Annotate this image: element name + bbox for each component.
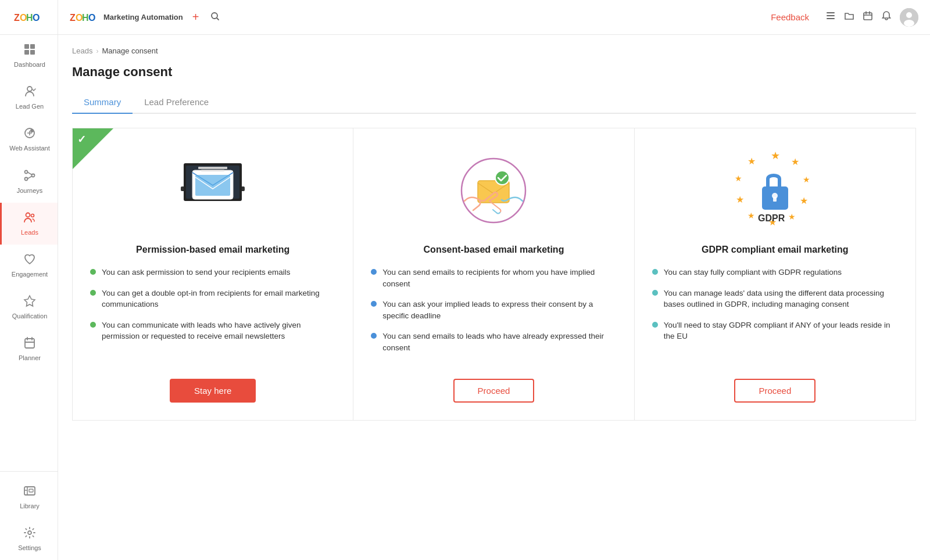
svg-point-42 [495, 171, 509, 185]
svg-rect-4 [24, 44, 29, 49]
sidebar-item-dashboard[interactable]: Dashboard [0, 35, 58, 77]
sidebar-item-engagement[interactable]: Engagement [0, 245, 58, 286]
svg-point-13 [25, 177, 28, 180]
bullet-dot-g2 [652, 290, 658, 296]
topbar-right: Feedback [764, 8, 918, 27]
bullet-dot-c1 [371, 269, 377, 275]
svg-rect-29 [864, 13, 872, 20]
sidebar-item-planner[interactable]: Planner [0, 328, 58, 370]
bullet-consent-3: You can send emails to leads who have al… [371, 331, 616, 353]
svg-rect-19 [29, 489, 33, 492]
sidebar-item-settings[interactable]: Settings [0, 518, 58, 560]
library-icon [23, 484, 36, 500]
consent-illustration [447, 146, 540, 233]
svg-text:★: ★ [771, 150, 780, 161]
svg-rect-26 [827, 12, 835, 13]
svg-text:★: ★ [788, 212, 796, 221]
list-icon[interactable] [825, 10, 836, 24]
svg-rect-27 [827, 15, 835, 16]
add-button[interactable]: + [190, 8, 202, 26]
leads-icon [23, 211, 36, 227]
sidebar-item-qualification[interactable]: Qualification [0, 286, 58, 328]
svg-rect-28 [827, 18, 835, 19]
bullet-consent-1: You can send emails to recipients for wh… [371, 267, 616, 289]
card-permission-based: ✓ [73, 128, 353, 420]
sidebar-item-webassistant[interactable]: Web Assistant [0, 119, 58, 160]
bullet-gdpr-1: You can stay fully compliant with GDPR r… [652, 267, 898, 278]
journeys-icon [23, 169, 36, 185]
sidebar-item-label-engagement: Engagement [12, 271, 48, 278]
bullet-dot-g1 [652, 269, 658, 275]
sidebar-item-leadgen[interactable]: Lead Gen [0, 77, 58, 119]
calendar-icon[interactable] [863, 10, 873, 24]
svg-point-12 [32, 174, 35, 177]
bullet-dot-1 [90, 269, 96, 275]
user-avatar[interactable] [900, 8, 918, 27]
svg-point-15 [31, 214, 34, 217]
app-name: Marketing Automation [103, 13, 183, 21]
sidebar-item-label-settings: Settings [18, 544, 41, 552]
stay-here-button[interactable]: Stay here [170, 379, 256, 403]
svg-text:H: H [26, 13, 33, 23]
tab-lead-preference[interactable]: Lead Preference [133, 91, 220, 114]
search-button[interactable] [208, 9, 222, 26]
engagement-icon [23, 253, 36, 268]
svg-text:★: ★ [747, 156, 756, 166]
svg-marker-16 [24, 296, 35, 306]
svg-point-14 [26, 213, 30, 217]
planner-icon [23, 336, 36, 352]
bullet-dot-g3 [652, 322, 658, 328]
tab-summary[interactable]: Summary [72, 91, 133, 114]
sidebar-item-label-webassistant: Web Assistant [9, 145, 50, 152]
topbar-left: Z O H O Marketing Automation + [70, 8, 222, 26]
proceed-button-gdpr[interactable]: Proceed [734, 379, 815, 403]
leadgen-icon [23, 85, 36, 100]
svg-rect-6 [24, 50, 29, 55]
card-title-permission: Permission-based email marketing [136, 245, 289, 255]
svg-text:O: O [33, 13, 40, 23]
svg-text:O: O [88, 13, 95, 23]
bullet-dot-3 [90, 322, 96, 328]
svg-text:★: ★ [800, 196, 808, 206]
sidebar-item-journeys[interactable]: Journeys [0, 161, 58, 203]
bullet-gdpr-2: You can manage leads' data using the dif… [652, 288, 898, 310]
svg-text:★: ★ [791, 157, 799, 167]
sidebar-item-library[interactable]: Library [0, 476, 58, 518]
topbar: Z O H O Marketing Automation + Feedback [58, 0, 930, 35]
svg-rect-37 [198, 167, 227, 169]
gdpr-illustration: ★ ★ ★ ★ ★ ★ ★ ★ [728, 146, 821, 233]
svg-text:GDPR: GDPR [758, 213, 785, 223]
card-title-gdpr: GDPR compliant email marketing [702, 245, 849, 255]
card-gdpr: ★ ★ ★ ★ ★ ★ ★ ★ [635, 128, 915, 420]
svg-rect-38 [201, 170, 224, 171]
page-title: Manage consent [72, 64, 916, 80]
svg-rect-17 [25, 339, 34, 348]
svg-point-32 [904, 20, 914, 27]
webassistant-icon [23, 127, 36, 142]
bell-icon[interactable] [881, 10, 892, 24]
qualification-icon [23, 295, 36, 310]
permission-illustration [166, 146, 259, 233]
sidebar-item-leads[interactable]: Leads [0, 203, 58, 245]
sidebar-nav: Dashboard Lead Gen Web Assis [0, 35, 58, 471]
sidebar-item-label-qualification: Qualification [12, 313, 48, 320]
sidebar-item-label-dashboard: Dashboard [14, 61, 45, 69]
svg-rect-39 [195, 175, 230, 196]
bullet-permission-3: You can communicate with leads who have … [90, 320, 335, 342]
proceed-button-consent[interactable]: Proceed [453, 379, 535, 403]
breadcrumb-parent[interactable]: Leads [72, 46, 92, 55]
breadcrumb-separator: › [96, 47, 98, 55]
bullet-dot-c2 [371, 301, 377, 307]
svg-point-11 [25, 170, 28, 173]
svg-rect-7 [30, 50, 35, 55]
cards-container: ✓ [72, 128, 916, 421]
sidebar-bottom: Library Settings [0, 471, 58, 560]
topbar-logo: Z O H O Marketing Automation [70, 11, 183, 24]
card-title-consent: Consent-based email marketing [424, 245, 564, 255]
sidebar-item-label-planner: Planner [19, 354, 41, 362]
content-area: Leads › Manage consent Manage consent Su… [58, 35, 930, 560]
feedback-button[interactable]: Feedback [764, 9, 816, 26]
bullet-permission-1: You can ask permission to send your reci… [90, 267, 335, 278]
card-bullets-consent: You can send emails to recipients for wh… [371, 267, 616, 362]
folder-icon[interactable] [844, 10, 854, 24]
